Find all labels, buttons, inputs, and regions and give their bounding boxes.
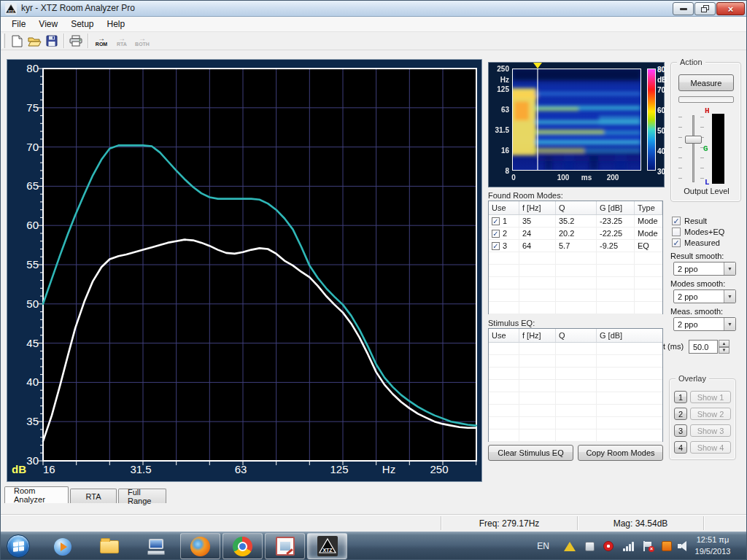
start-button[interactable]: [7, 534, 30, 558]
chart-plot-area[interactable]: [7, 60, 481, 481]
overlay-show-1-button: Show 1: [690, 391, 731, 403]
explorer-shortcut[interactable]: [100, 537, 119, 556]
cell-gain[interactable]: -22.25: [597, 228, 635, 239]
output-level-slider-track[interactable]: [692, 115, 694, 182]
open-file-button[interactable]: [26, 33, 43, 49]
toolbar: → ROM → RTA → BOTH: [1, 32, 747, 50]
smooth-combo[interactable]: 2 ppo▼: [673, 289, 736, 303]
restore-button[interactable]: [694, 2, 716, 15]
new-document-button[interactable]: [8, 33, 26, 49]
xtz-app-icon: XTZ: [317, 536, 338, 556]
cell-gain[interactable]: -23.25: [597, 215, 635, 227]
checkbox-icon[interactable]: ✓: [672, 217, 681, 225]
print-button[interactable]: [67, 33, 85, 49]
close-button[interactable]: ×: [716, 2, 745, 15]
toolbar-grip[interactable]: [2, 34, 5, 48]
use-checkbox[interactable]: ✓: [492, 242, 500, 250]
found-modes-table[interactable]: Usef [Hz]QG [dB]Type✓13535.2-23.25Mode✓2…: [488, 201, 663, 314]
spectro-x-tick: 200: [604, 174, 622, 182]
language-indicator[interactable]: EN: [537, 532, 549, 560]
app-icon: XTZ: [5, 3, 17, 15]
t-ms-stepper[interactable]: ▲ ▼: [719, 340, 729, 354]
tray-device[interactable]: [585, 532, 595, 560]
table-row: [489, 429, 662, 442]
checkbox-measured[interactable]: ✓Measured: [672, 238, 720, 248]
spinner-up-icon[interactable]: ▲: [719, 340, 729, 347]
column-header[interactable]: Use: [489, 201, 519, 214]
cell-q[interactable]: 35.2: [556, 215, 597, 227]
cell-q[interactable]: 5.7: [556, 240, 597, 252]
table-row[interactable]: ✓13535.2-23.25Mode: [489, 215, 662, 228]
taskbar-chrome-button[interactable]: [222, 533, 263, 559]
tray-java[interactable]: [662, 532, 672, 560]
column-header[interactable]: Q: [556, 329, 597, 342]
save-button[interactable]: [43, 33, 61, 49]
column-header[interactable]: Q: [556, 201, 597, 214]
menu-setup[interactable]: Setup: [64, 18, 100, 31]
table-row[interactable]: ✓22420.2-22.25Mode: [489, 228, 662, 240]
column-header[interactable]: Use: [489, 329, 519, 342]
rom-mode-button[interactable]: → ROM: [92, 33, 111, 50]
checkbox-modes-eq[interactable]: Modes+EQ: [672, 227, 724, 237]
column-header[interactable]: Type: [635, 201, 662, 214]
taskbar-picture-manager-button[interactable]: [265, 533, 305, 559]
cell-type[interactable]: EQ: [635, 240, 662, 252]
copy-room-modes-button[interactable]: Copy Room Modes: [578, 445, 663, 461]
chevron-down-icon[interactable]: ▼: [724, 262, 735, 275]
tray-network[interactable]: [623, 532, 634, 560]
stimulus-eq-table[interactable]: Usef [Hz]QG [dB]: [488, 328, 663, 442]
overlay-4-button[interactable]: 4: [674, 441, 687, 454]
column-header[interactable]: f [Hz]: [519, 329, 556, 342]
window-titlebar[interactable]: XTZ kyr - XTZ Room Analyzer Pro ×: [1, 1, 747, 17]
cell-gain[interactable]: -9.25: [597, 240, 635, 252]
cell-type[interactable]: Mode: [635, 215, 662, 227]
use-checkbox[interactable]: ✓: [492, 217, 500, 225]
spectrogram-panel[interactable]: 250Hz1256331.51680100ms200807060504030dB: [488, 62, 665, 187]
tab-room-analyzer[interactable]: Room Analyzer: [4, 486, 69, 503]
overlay-1-button[interactable]: 1: [674, 391, 687, 403]
overlay-3-button[interactable]: 3: [674, 424, 687, 437]
menu-view[interactable]: View: [32, 18, 64, 31]
spinner-down-icon[interactable]: ▼: [719, 347, 729, 354]
use-checkbox[interactable]: ✓: [492, 230, 500, 238]
checkbox-result[interactable]: ✓Result: [672, 216, 707, 226]
tab-rta[interactable]: RTA: [70, 489, 117, 503]
output-level-slider-thumb[interactable]: [685, 136, 702, 144]
spectro-cursor-icon[interactable]: [533, 63, 542, 69]
tray-network-error[interactable]: ×: [643, 532, 653, 560]
frequency-response-chart[interactable]: 80757065605550454035301631.563125250HzdB: [7, 59, 482, 482]
measure-button[interactable]: Measure: [678, 74, 734, 91]
overlay-2-button[interactable]: 2: [674, 408, 687, 420]
cell-frequency[interactable]: 35: [519, 215, 556, 227]
remote-desktop-shortcut[interactable]: [147, 537, 166, 556]
t-ms-label: t (ms): [663, 342, 684, 351]
checkbox-icon[interactable]: ✓: [672, 238, 681, 247]
taskbar-firefox-button[interactable]: [180, 533, 220, 559]
taskbar-clock[interactable]: 12:51 πμ 19/5/2013: [684, 534, 742, 557]
cell-type[interactable]: Mode: [635, 228, 662, 239]
column-header[interactable]: G [dB]: [597, 201, 635, 214]
menu-file[interactable]: File: [5, 18, 32, 31]
stimulus-eq-label: Stimulus EQ:: [488, 319, 535, 327]
spectrogram-plot[interactable]: [512, 69, 641, 171]
table-row[interactable]: ✓3645.7-9.25EQ: [489, 240, 662, 252]
clear-stimulus-eq-button[interactable]: Clear Stimulus EQ: [488, 445, 573, 461]
checkbox-icon[interactable]: [672, 228, 681, 236]
minimize-button[interactable]: [673, 2, 694, 15]
media-player-shortcut[interactable]: [53, 537, 72, 556]
tray-warning[interactable]: [564, 532, 576, 560]
t-ms-field[interactable]: 50.0: [689, 340, 718, 354]
taskbar-xtz-button[interactable]: XTZ: [307, 533, 347, 559]
chevron-down-icon[interactable]: ▼: [724, 290, 735, 303]
tab-full-range[interactable]: Full Range: [118, 489, 166, 503]
cell-frequency[interactable]: 24: [519, 228, 556, 239]
chevron-down-icon[interactable]: ▼: [724, 318, 735, 330]
cell-frequency[interactable]: 64: [519, 240, 556, 252]
smooth-combo[interactable]: 2 ppo▼: [673, 262, 736, 276]
column-header[interactable]: f [Hz]: [519, 201, 556, 214]
column-header[interactable]: G [dB]: [597, 329, 662, 342]
cell-q[interactable]: 20.2: [556, 228, 597, 239]
menu-help[interactable]: Help: [101, 18, 132, 31]
smooth-combo[interactable]: 2 ppo▼: [673, 317, 736, 331]
tray-recorder[interactable]: [603, 532, 614, 560]
